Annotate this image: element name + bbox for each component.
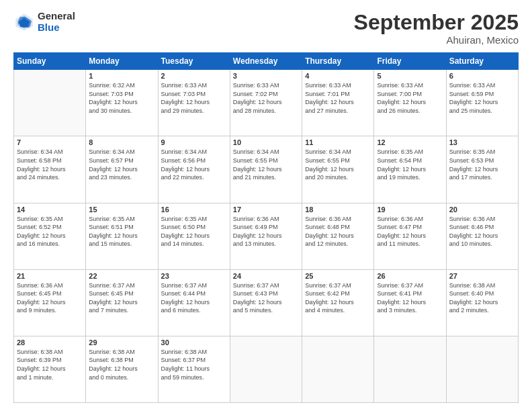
col-monday: Monday (86, 53, 158, 70)
day-number: 11 (305, 138, 371, 146)
table-row: 1Sunrise: 6:32 AMSunset: 7:03 PMDaylight… (86, 70, 158, 136)
table-row (446, 336, 518, 402)
day-info: Sunrise: 6:34 AMSunset: 6:58 PMDaylight:… (17, 148, 83, 181)
day-info: Sunrise: 6:32 AMSunset: 7:03 PMDaylight:… (89, 81, 154, 115)
day-info: Sunrise: 6:34 AMSunset: 6:57 PMDaylight:… (89, 148, 154, 181)
table-row: 7Sunrise: 6:34 AMSunset: 6:58 PMDaylight… (14, 136, 86, 203)
table-row: 27Sunrise: 6:38 AMSunset: 6:40 PMDayligh… (446, 269, 518, 336)
day-info: Sunrise: 6:34 AMSunset: 6:55 PMDaylight:… (305, 148, 371, 181)
day-number: 29 (89, 338, 154, 347)
day-info: Sunrise: 6:37 AMSunset: 6:45 PMDaylight:… (89, 281, 154, 315)
day-info: Sunrise: 6:33 AMSunset: 7:00 PMDaylight:… (377, 81, 443, 115)
logo-blue: Blue (38, 22, 75, 34)
day-info: Sunrise: 6:38 AMSunset: 6:37 PMDaylight:… (161, 348, 227, 381)
day-number: 12 (377, 138, 443, 146)
table-row: 13Sunrise: 6:35 AMSunset: 6:53 PMDayligh… (446, 136, 518, 203)
day-number: 22 (89, 272, 154, 280)
day-number: 23 (161, 272, 227, 280)
header: General Blue September 2025 Ahuiran, Mex… (13, 11, 519, 46)
day-number: 7 (17, 138, 83, 146)
day-info: Sunrise: 6:38 AMSunset: 6:38 PMDaylight:… (89, 348, 154, 381)
table-row: 12Sunrise: 6:35 AMSunset: 6:54 PMDayligh… (374, 136, 446, 203)
col-tuesday: Tuesday (158, 53, 230, 70)
day-number: 27 (449, 272, 515, 280)
day-info: Sunrise: 6:36 AMSunset: 6:49 PMDaylight:… (233, 215, 299, 248)
table-row: 20Sunrise: 6:36 AMSunset: 6:46 PMDayligh… (446, 203, 518, 269)
day-info: Sunrise: 6:35 AMSunset: 6:53 PMDaylight:… (449, 148, 515, 181)
day-number: 15 (89, 205, 154, 214)
calendar-week-row: 28Sunrise: 6:38 AMSunset: 6:39 PMDayligh… (14, 336, 519, 402)
day-number: 30 (161, 338, 227, 347)
title-month: September 2025 (354, 11, 519, 34)
calendar-week-row: 21Sunrise: 6:36 AMSunset: 6:45 PMDayligh… (14, 269, 519, 336)
logo: General Blue (13, 11, 75, 33)
day-info: Sunrise: 6:35 AMSunset: 6:52 PMDaylight:… (17, 215, 83, 248)
table-row: 9Sunrise: 6:34 AMSunset: 6:56 PMDaylight… (158, 136, 230, 203)
day-info: Sunrise: 6:38 AMSunset: 6:39 PMDaylight:… (17, 348, 83, 381)
col-wednesday: Wednesday (230, 53, 302, 70)
table-row: 6Sunrise: 6:33 AMSunset: 6:59 PMDaylight… (446, 70, 518, 136)
table-row: 11Sunrise: 6:34 AMSunset: 6:55 PMDayligh… (302, 136, 374, 203)
logo-general: General (38, 11, 75, 22)
calendar-week-row: 1Sunrise: 6:32 AMSunset: 7:03 PMDaylight… (14, 70, 519, 136)
calendar-header-row: Sunday Monday Tuesday Wednesday Thursday… (14, 53, 519, 70)
day-info: Sunrise: 6:33 AMSunset: 7:01 PMDaylight:… (305, 81, 371, 115)
col-sunday: Sunday (14, 53, 86, 70)
day-number: 19 (377, 205, 443, 214)
table-row: 5Sunrise: 6:33 AMSunset: 7:00 PMDaylight… (374, 70, 446, 136)
day-info: Sunrise: 6:35 AMSunset: 6:54 PMDaylight:… (377, 148, 443, 181)
page: General Blue September 2025 Ahuiran, Mex… (0, 0, 532, 411)
day-info: Sunrise: 6:35 AMSunset: 6:51 PMDaylight:… (89, 215, 154, 248)
day-info: Sunrise: 6:34 AMSunset: 6:56 PMDaylight:… (161, 148, 227, 181)
logo-text: General Blue (38, 11, 75, 33)
day-info: Sunrise: 6:37 AMSunset: 6:43 PMDaylight:… (233, 281, 299, 315)
day-info: Sunrise: 6:33 AMSunset: 7:03 PMDaylight:… (161, 81, 227, 115)
title-block: September 2025 Ahuiran, Mexico (354, 11, 519, 46)
table-row (14, 70, 86, 136)
day-number: 13 (449, 138, 515, 146)
table-row: 23Sunrise: 6:37 AMSunset: 6:44 PMDayligh… (158, 269, 230, 336)
day-info: Sunrise: 6:36 AMSunset: 6:48 PMDaylight:… (305, 215, 371, 248)
day-number: 1 (89, 72, 154, 80)
logo-icon (13, 11, 35, 33)
day-number: 3 (233, 72, 299, 80)
table-row: 10Sunrise: 6:34 AMSunset: 6:55 PMDayligh… (230, 136, 302, 203)
day-number: 28 (17, 338, 83, 347)
day-info: Sunrise: 6:36 AMSunset: 6:45 PMDaylight:… (17, 281, 83, 315)
day-number: 16 (161, 205, 227, 214)
table-row: 2Sunrise: 6:33 AMSunset: 7:03 PMDaylight… (158, 70, 230, 136)
day-info: Sunrise: 6:34 AMSunset: 6:55 PMDaylight:… (233, 148, 299, 181)
day-info: Sunrise: 6:35 AMSunset: 6:50 PMDaylight:… (161, 215, 227, 248)
table-row: 22Sunrise: 6:37 AMSunset: 6:45 PMDayligh… (86, 269, 158, 336)
table-row: 21Sunrise: 6:36 AMSunset: 6:45 PMDayligh… (14, 269, 86, 336)
day-number: 24 (233, 272, 299, 280)
day-number: 14 (17, 205, 83, 214)
table-row (302, 336, 374, 402)
table-row: 8Sunrise: 6:34 AMSunset: 6:57 PMDaylight… (86, 136, 158, 203)
day-number: 6 (449, 72, 515, 80)
day-info: Sunrise: 6:38 AMSunset: 6:40 PMDaylight:… (449, 281, 515, 315)
table-row (230, 336, 302, 402)
day-number: 10 (233, 138, 299, 146)
table-row: 16Sunrise: 6:35 AMSunset: 6:50 PMDayligh… (158, 203, 230, 269)
day-number: 5 (377, 72, 443, 80)
day-info: Sunrise: 6:36 AMSunset: 6:47 PMDaylight:… (377, 215, 443, 248)
day-number: 20 (449, 205, 515, 214)
day-number: 18 (305, 205, 371, 214)
table-row (374, 336, 446, 402)
table-row: 15Sunrise: 6:35 AMSunset: 6:51 PMDayligh… (86, 203, 158, 269)
day-number: 25 (305, 272, 371, 280)
col-saturday: Saturday (446, 53, 518, 70)
col-thursday: Thursday (302, 53, 374, 70)
day-info: Sunrise: 6:36 AMSunset: 6:46 PMDaylight:… (449, 215, 515, 248)
table-row: 18Sunrise: 6:36 AMSunset: 6:48 PMDayligh… (302, 203, 374, 269)
table-row: 3Sunrise: 6:33 AMSunset: 7:02 PMDaylight… (230, 70, 302, 136)
day-info: Sunrise: 6:37 AMSunset: 6:44 PMDaylight:… (161, 281, 227, 315)
table-row: 29Sunrise: 6:38 AMSunset: 6:38 PMDayligh… (86, 336, 158, 402)
calendar-week-row: 14Sunrise: 6:35 AMSunset: 6:52 PMDayligh… (14, 203, 519, 269)
table-row: 30Sunrise: 6:38 AMSunset: 6:37 PMDayligh… (158, 336, 230, 402)
day-info: Sunrise: 6:33 AMSunset: 6:59 PMDaylight:… (449, 81, 515, 115)
day-number: 4 (305, 72, 371, 80)
day-info: Sunrise: 6:33 AMSunset: 7:02 PMDaylight:… (233, 81, 299, 115)
table-row: 17Sunrise: 6:36 AMSunset: 6:49 PMDayligh… (230, 203, 302, 269)
